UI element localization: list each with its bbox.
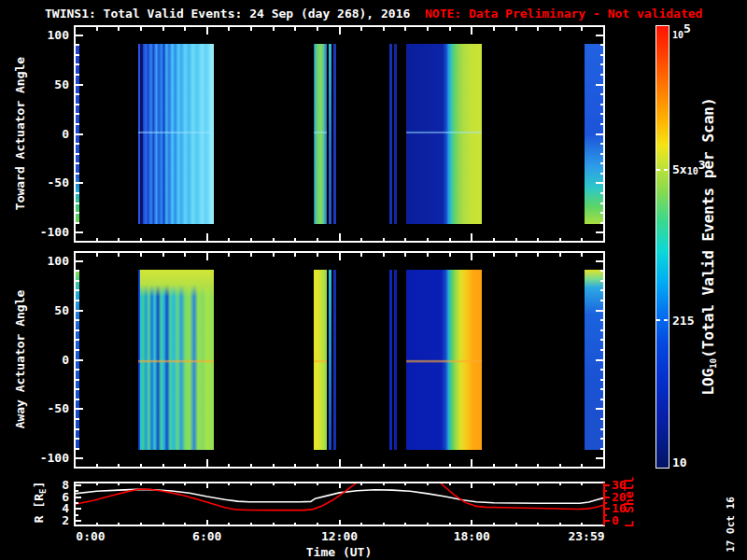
scan-artifact-line	[406, 132, 482, 133]
colorbar-value-segment: 215	[672, 314, 694, 328]
heatmap-band	[138, 44, 214, 224]
heatmap-band	[329, 270, 331, 450]
toward-y-axis-label: Toward Actuator Angle	[13, 57, 27, 210]
r-distance-line	[75, 489, 604, 503]
twins-plot-screen: TWINS1: Total Valid Events: 24 Sep (day …	[0, 0, 747, 560]
colorbar-value-label: 10	[672, 455, 687, 469]
colorbar-value-segment: 5	[684, 21, 691, 35]
scan-artifact-line	[138, 360, 214, 363]
axis-ticks	[604, 483, 610, 525]
y-tick-label: -50	[26, 175, 69, 189]
colorbar-title-sub: 10	[709, 358, 718, 369]
heatmap-band	[140, 270, 214, 297]
heatmap-band	[314, 270, 327, 450]
lshell-line	[75, 471, 604, 511]
heatmap-band	[406, 44, 482, 224]
colorbar	[655, 25, 669, 469]
colorbar-title-log: LOG	[699, 369, 717, 396]
colorbar-value-label: 5x103	[672, 162, 706, 177]
r-tick-label: 2	[26, 513, 69, 527]
colorbar-title-rest: (Total Valid Events per Scan)	[699, 97, 717, 357]
date-stamp: 17 Oct 16	[725, 497, 737, 553]
y-tick-label: 0	[26, 353, 69, 367]
colorbar-value-segment: 10	[672, 30, 684, 40]
x-tick-label: 12:00	[321, 529, 358, 543]
colorbar-tick	[664, 319, 668, 321]
y-tick-label: 100	[26, 254, 69, 268]
lshell-tick-label: 0	[612, 513, 619, 527]
scan-artifact-line	[406, 360, 482, 363]
preliminary-note: NOTE: Data Preliminary - Not validated	[425, 7, 702, 21]
colorbar-value-label: 215	[672, 314, 694, 328]
y-tick-label: 100	[26, 28, 69, 42]
y-tick-label: 50	[26, 77, 69, 91]
heatmap-band	[394, 44, 397, 224]
x-tick-label: 0:00	[76, 529, 105, 543]
heatmap-band	[389, 44, 392, 224]
y-tick-label: 0	[26, 127, 69, 141]
heatmap-band	[406, 270, 482, 450]
y-tick-label: 50	[26, 303, 69, 317]
y-tick-label: -50	[26, 401, 69, 415]
colorbar-title: LOG10(Total Valid Events per Scan)	[699, 97, 717, 395]
colorbar-value-segment: 10	[687, 166, 698, 176]
y-tick-label: -100	[26, 225, 69, 239]
heatmap-band	[333, 44, 336, 224]
x-tick-label: 23:59	[568, 529, 604, 543]
x-axis-title: Time (UT)	[306, 545, 372, 559]
heatmap-band	[329, 44, 331, 224]
colorbar-tick	[656, 319, 660, 321]
colorbar-tick	[664, 169, 668, 171]
scan-artifact-line	[138, 132, 214, 133]
x-tick-label: 6:00	[192, 529, 221, 543]
x-tick-label: 18:00	[454, 529, 490, 543]
colorbar-value-label: 105	[672, 26, 691, 41]
colorbar-value-segment: 3	[698, 158, 706, 172]
colorbar-value-segment: 5x	[672, 162, 687, 176]
scan-artifact-line	[314, 132, 327, 133]
heatmap-band	[333, 270, 336, 450]
away-y-axis-label: Away Actuator Angle	[13, 290, 27, 429]
axis-ticks	[97, 483, 604, 525]
y-tick-label: -100	[26, 451, 69, 465]
heatmap-band	[389, 270, 392, 450]
heatmap-band	[394, 270, 397, 450]
colorbar-value-segment: 10	[672, 455, 687, 469]
page-title: TWINS1: Total Valid Events: 24 Sep (day …	[45, 7, 410, 21]
heatmap-band	[138, 270, 214, 450]
scan-artifact-line	[314, 360, 327, 363]
colorbar-tick	[656, 169, 660, 171]
heatmap-band	[314, 44, 327, 224]
